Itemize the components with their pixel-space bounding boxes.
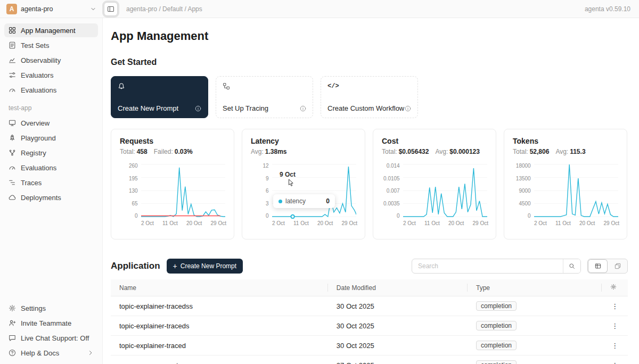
y-axis-labels: 260195130650 <box>120 163 138 219</box>
view-toggle <box>587 259 628 274</box>
y-axis-labels: 129630 <box>251 163 269 219</box>
series-dot-icon <box>278 200 282 203</box>
create-custom-workflow-card[interactable]: </> Create Custom Workflow <box>321 76 418 118</box>
set-up-tracing-card[interactable]: Set Up Tracing <box>216 76 313 118</box>
sidebar-item-playground[interactable]: Playground <box>4 131 98 145</box>
sidebar-item-app-management[interactable]: App Management <box>4 23 98 37</box>
row-more-button[interactable]: ⋮ <box>602 355 628 364</box>
chart-tooltip-date: 9 Oct <box>280 171 296 178</box>
table-row[interactable]: topic-explainer-traced 30 Oct 2025 compl… <box>111 336 628 355</box>
applications-table: Name Date Modified Type topic-explainer-… <box>111 279 628 364</box>
search-button[interactable] <box>563 259 580 273</box>
column-settings[interactable] <box>602 279 628 296</box>
column-header-name[interactable]: Name <box>111 279 328 296</box>
cloud-icon <box>9 194 16 201</box>
sidebar: App Management Test Sets Observability E… <box>0 18 103 364</box>
sidebar-item-observability[interactable]: Observability <box>4 53 98 67</box>
type-badge: completion <box>476 341 517 350</box>
sidebar-item-label: Evaluations <box>21 164 56 172</box>
sidebar-item-label: Evaluators <box>21 71 53 79</box>
table-header-row: Name Date Modified Type <box>111 279 628 296</box>
card-view-icon <box>615 263 621 269</box>
type-badge: completion <box>476 321 517 330</box>
sidebar-item-label: Evaluations <box>21 86 56 94</box>
sidebar-item-evaluations[interactable]: Evaluations <box>4 83 98 97</box>
person-plus-icon <box>9 319 16 327</box>
bell-icon <box>118 82 125 90</box>
info-icon[interactable] <box>195 105 201 112</box>
breadcrumb[interactable]: agenta-pro / Default / Apps <box>126 5 202 13</box>
table-row[interactable]: topic-explainer-traceds 30 Oct 2025 comp… <box>111 316 628 336</box>
metric-stats: Total:458 Failed:0.03% <box>120 148 225 155</box>
sidebar-item-app-evaluations[interactable]: Evaluations <box>4 161 98 175</box>
info-icon[interactable] <box>405 105 411 112</box>
row-more-button[interactable]: ⋮ <box>602 296 628 316</box>
get-started-heading: Get Started <box>111 57 628 67</box>
row-more-button[interactable]: ⋮ <box>602 336 628 355</box>
grid-icon <box>9 27 16 34</box>
sidebar-toggle-button[interactable] <box>104 2 118 16</box>
code-icon: </> <box>327 82 411 90</box>
gauge-icon <box>9 164 16 171</box>
sidebar-item-invite-teammate[interactable]: Invite Teammate <box>4 316 98 330</box>
card-view-button[interactable] <box>608 259 627 273</box>
search-input[interactable] <box>412 259 563 273</box>
chevron-right-icon <box>87 350 94 356</box>
sidebar-layout-icon <box>107 5 114 13</box>
info-icon[interactable] <box>300 105 306 112</box>
monitor-icon <box>9 119 16 127</box>
topbar: A agenta-pro agenta-pro / Default / Apps… <box>0 0 639 18</box>
app-name: career-assessment <box>111 355 328 364</box>
type-badge: completion <box>476 360 517 364</box>
table-row[interactable]: career-assessment 27 Oct 2025 completion… <box>111 355 628 364</box>
sidebar-item-evaluators[interactable]: Evaluators <box>4 68 98 82</box>
card-label: Create New Prompt <box>118 104 178 112</box>
tracing-icon <box>223 82 230 90</box>
sidebar-item-live-chat[interactable]: Live Chat Support: Off <box>4 331 98 345</box>
sidebar-item-traces[interactable]: Traces <box>4 176 98 189</box>
table-view-icon <box>595 263 601 269</box>
question-circle-icon <box>9 349 16 357</box>
branch-icon <box>9 149 16 156</box>
metric-title: Tokens <box>513 137 618 145</box>
sidebar-item-help-docs[interactable]: Help & Docs <box>4 346 98 360</box>
create-new-prompt-button[interactable]: + Create New Prompt <box>167 259 243 274</box>
rocket-icon <box>9 134 16 142</box>
app-name: topic-explainer-tracedss <box>111 296 328 316</box>
cost-chart[interactable] <box>403 163 487 219</box>
app-name: topic-explainer-traceds <box>111 316 328 336</box>
y-axis-labels: 0.0140.01050.0070.00350 <box>382 163 400 219</box>
requests-chart[interactable] <box>141 163 225 219</box>
workspace-name: agenta-pro <box>21 5 53 13</box>
metric-card-requests: Requests Total:458 Failed:0.03% 26019513… <box>111 129 234 239</box>
sidebar-item-test-sets[interactable]: Test Sets <box>4 38 98 52</box>
search-box <box>412 259 581 274</box>
sidebar-item-label: Registry <box>21 149 46 157</box>
sidebar-item-registry[interactable]: Registry <box>4 146 98 160</box>
table-row[interactable]: topic-explainer-tracedss 30 Oct 2025 com… <box>111 296 628 316</box>
sidebar-item-deployments[interactable]: Deployments <box>4 191 98 204</box>
create-new-prompt-card[interactable]: Create New Prompt <box>111 76 208 118</box>
search-icon <box>569 263 575 269</box>
column-header-type[interactable]: Type <box>468 279 602 296</box>
workspace-selector[interactable]: A agenta-pro <box>0 4 103 14</box>
table-view-button[interactable] <box>588 259 608 273</box>
trace-bars-icon <box>9 179 16 186</box>
app-name: topic-explainer-traced <box>111 336 328 355</box>
tokens-chart[interactable] <box>534 163 618 219</box>
sidebar-spacer <box>4 205 98 300</box>
row-more-button[interactable]: ⋮ <box>602 316 628 336</box>
sidebar-item-label: App Management <box>21 27 76 35</box>
metric-title: Requests <box>120 137 225 145</box>
sidebar-item-overview[interactable]: Overview <box>4 116 98 130</box>
sidebar-item-settings[interactable]: Settings <box>4 301 98 315</box>
tooltip-series-value: 0 <box>326 197 330 205</box>
gear-icon <box>610 284 617 290</box>
sidebar-app-section-label: test-app <box>4 98 98 115</box>
x-axis-labels: 2 Oct11 Oct20 Oct29 Oct <box>534 220 619 226</box>
metric-stats: Total:52,806 Avg:115.3 <box>513 148 618 155</box>
sidebar-item-label: Playground <box>21 134 56 142</box>
gear-icon <box>9 304 16 312</box>
workspace-avatar: A <box>6 4 17 14</box>
column-header-date-modified[interactable]: Date Modified <box>328 279 468 296</box>
